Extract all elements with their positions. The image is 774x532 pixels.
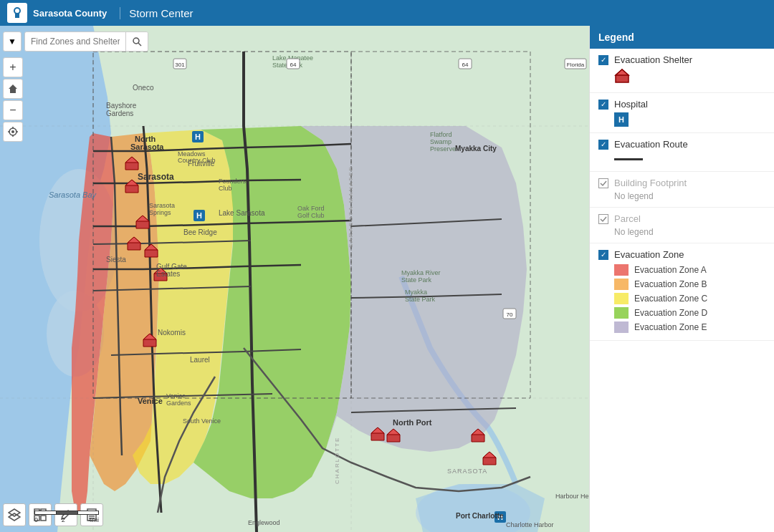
svg-text:Fruitville: Fruitville	[188, 160, 215, 168]
zone-swatch-0	[614, 264, 629, 276]
svg-text:Harbour Heights: Harbour Heights	[555, 493, 589, 500]
home-button[interactable]	[3, 79, 23, 99]
legend-section-parcel: Parcel No legend	[590, 208, 774, 243]
parcel-checkbox[interactable]	[598, 214, 608, 224]
shelter-label: Evacuation Shelter	[614, 54, 692, 65]
svg-text:Springs: Springs	[149, 209, 171, 216]
county-name: Sarasota County	[33, 8, 107, 19]
hospital-label: Hospital	[614, 99, 648, 110]
route-label: Evacuation Route	[614, 139, 688, 150]
svg-text:Oneco: Oneco	[133, 84, 154, 92]
svg-text:South Venice: South Venice	[183, 417, 221, 425]
map-canvas[interactable]: H H H	[0, 26, 589, 532]
scale-bar: 0 2 4mi	[34, 511, 99, 523]
legend-title: Legend	[598, 32, 634, 43]
zone-label-0: Evacuation Zone A	[634, 265, 707, 275]
search-input[interactable]	[25, 37, 125, 47]
hospital-map-icon: H	[614, 112, 629, 127]
location-icon	[8, 127, 18, 137]
svg-text:Lake Sarasota: Lake Sarasota	[219, 209, 265, 217]
legend-header: Legend	[590, 26, 774, 49]
location-button[interactable]	[3, 122, 23, 142]
parcel-label: Parcel	[614, 213, 641, 224]
svg-text:Myakka: Myakka	[405, 289, 427, 296]
svg-marker-113	[9, 513, 20, 521]
svg-text:Flatford: Flatford	[430, 131, 452, 138]
zone-item-evacuation-zone-a: Evacuation Zone A	[598, 263, 765, 277]
zoom-out-button[interactable]: −	[3, 100, 23, 120]
svg-text:Oak Ford: Oak Ford	[297, 205, 325, 212]
svg-text:Preserve: Preserve	[430, 145, 456, 153]
svg-text:Sarasota: Sarasota	[138, 172, 174, 182]
svg-marker-112	[9, 509, 20, 516]
svg-text:State Park: State Park	[405, 296, 436, 303]
shelter-icon-row	[598, 68, 765, 87]
search-input-wrap	[24, 32, 148, 52]
search-icon	[132, 37, 142, 47]
zone-swatch-2	[614, 293, 629, 304]
svg-text:Estates: Estates	[156, 270, 180, 278]
svg-line-104	[138, 43, 141, 46]
scale-label-4: 4mi	[88, 516, 99, 523]
app-title: Storm Center	[120, 7, 193, 19]
legend-section-hospital: ✓ Hospital H	[590, 93, 774, 133]
svg-text:Laurel: Laurel	[190, 356, 210, 364]
zone-label-3: Evacuation Zone D	[634, 308, 707, 318]
zone-label-4: Evacuation Zone E	[634, 322, 707, 332]
svg-point-107	[11, 130, 14, 133]
zone-label-2: Evacuation Zone C	[634, 294, 707, 304]
layers-icon	[8, 508, 21, 521]
svg-text:Sarasota Bay: Sarasota Bay	[49, 190, 97, 199]
app-header: Sarasota County Storm Center	[0, 0, 774, 26]
search-button[interactable]	[125, 32, 148, 52]
home-icon	[8, 84, 18, 94]
zone-swatch-3	[614, 307, 629, 319]
building-checkbox[interactable]	[598, 178, 608, 188]
scale-label-0: 0	[34, 516, 38, 523]
svg-text:Swamp: Swamp	[430, 138, 452, 145]
svg-text:Florida: Florida	[567, 62, 585, 68]
zone-swatch-4	[614, 321, 629, 333]
building-label: Building Footprint	[614, 178, 687, 188]
zone-item-evacuation-zone-e: Evacuation Zone E	[598, 320, 765, 334]
svg-text:Sarasota: Sarasota	[130, 142, 164, 151]
svg-rect-1	[15, 14, 19, 18]
svg-text:Sarasota: Sarasota	[149, 202, 175, 209]
evac-zone-label: Evacuation Zone	[614, 249, 684, 260]
svg-text:70: 70	[507, 311, 513, 318]
svg-text:Gardens: Gardens	[166, 400, 191, 407]
svg-text:Englewood: Englewood	[248, 519, 280, 526]
zone-item-evacuation-zone-d: Evacuation Zone D	[598, 306, 765, 320]
zoom-in-button[interactable]: +	[3, 57, 23, 77]
svg-text:CHARLOTTE: CHARLOTTE	[334, 437, 340, 484]
svg-text:SARASOTA: SARASOTA	[447, 468, 487, 475]
hospital-icon-row: H	[598, 112, 765, 127]
svg-text:H: H	[196, 211, 202, 220]
scale-label-2: 2	[62, 516, 65, 523]
svg-text:Bee Ridge: Bee Ridge	[183, 228, 217, 236]
zone-label-1: Evacuation Zone B	[634, 279, 707, 289]
svg-text:Club: Club	[219, 185, 232, 192]
search-dropdown[interactable]: ▼	[3, 32, 22, 52]
route-checkbox[interactable]: ✓	[598, 140, 608, 150]
zone-list: Evacuation Zone A Evacuation Zone B Evac…	[598, 263, 765, 334]
svg-text:Siesta: Siesta	[106, 256, 126, 263]
svg-text:64: 64	[290, 62, 297, 68]
evac-zone-checkbox[interactable]: ✓	[598, 250, 608, 260]
svg-point-2	[15, 9, 19, 13]
svg-text:Bayshore: Bayshore	[106, 102, 137, 110]
svg-text:Gardens: Gardens	[106, 110, 133, 117]
legend-section-building: Building Footprint No legend	[590, 172, 774, 208]
logo-area: Sarasota County	[0, 3, 114, 23]
svg-text:Venice: Venice	[166, 392, 186, 400]
svg-text:64: 64	[462, 62, 469, 68]
svg-point-103	[133, 38, 139, 44]
shelter-checkbox[interactable]: ✓	[598, 55, 608, 65]
county-logo	[7, 3, 27, 23]
layers-button[interactable]	[3, 503, 26, 526]
zone-item-evacuation-zone-b: Evacuation Zone B	[598, 277, 765, 291]
svg-text:Golf Club: Golf Club	[297, 212, 325, 219]
hospital-checkbox[interactable]: ✓	[598, 100, 608, 110]
legend-panel: Legend ✓ Evacuation Shelter ✓ Hospital H	[589, 26, 774, 532]
legend-section-route: ✓ Evacuation Route	[590, 133, 774, 172]
